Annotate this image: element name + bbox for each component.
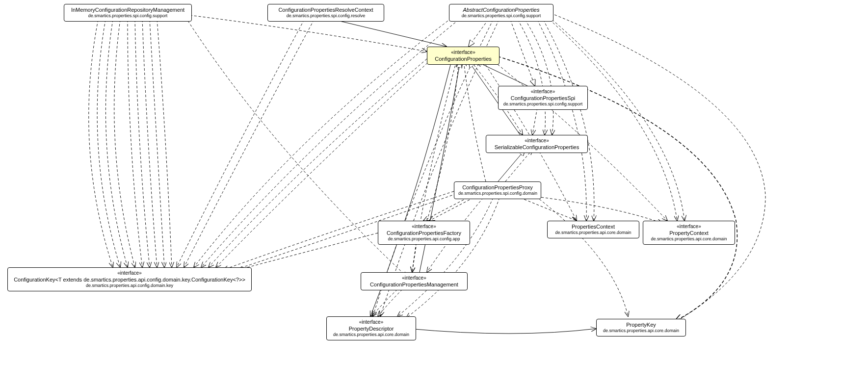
node-config-properties[interactable]: «interface» ConfigurationProperties <box>427 47 500 65</box>
node-inmemory[interactable]: InMemoryConfigurationRepositoryManagemen… <box>64 4 192 22</box>
node-name: SerializableConfigurationProperties <box>490 144 583 151</box>
node-name: PropertyDescriptor <box>331 325 412 332</box>
node-config-spi[interactable]: «interface» ConfigurationPropertiesSpi d… <box>498 86 588 110</box>
node-name: ConfigurationPropertiesResolveContext <box>272 6 380 13</box>
node-name: AbstractConfigurationProperties <box>453 6 549 13</box>
node-package: de.smartics.properties.spi.config.resolv… <box>272 13 380 19</box>
node-stereotype: «interface» <box>647 223 731 230</box>
node-management[interactable]: «interface» ConfigurationPropertiesManag… <box>361 272 468 290</box>
node-name: PropertyContext <box>647 230 731 236</box>
node-stereotype: «interface» <box>502 88 583 95</box>
node-package: de.smartics.properties.api.core.domain <box>552 230 635 236</box>
node-name: ConfigurationPropertiesManagement <box>365 281 463 288</box>
node-package: de.smartics.properties.api.core.domain <box>647 236 731 242</box>
node-name: PropertyKey <box>601 321 682 328</box>
node-package: de.smartics.properties.api.config.domain… <box>12 283 247 289</box>
node-abstract-config[interactable]: AbstractConfigurationProperties de.smart… <box>449 4 553 22</box>
node-resolve-context[interactable]: ConfigurationPropertiesResolveContext de… <box>267 4 384 22</box>
node-property-context[interactable]: «interface» PropertyContext de.smartics.… <box>643 221 735 245</box>
node-config-key[interactable]: «interface» ConfigurationKey<T extends d… <box>7 267 252 291</box>
node-package: de.smartics.properties.api.core.domain <box>601 328 682 334</box>
node-name: PropertiesContext <box>552 223 635 230</box>
node-package: de.smartics.properties.spi.config.suppor… <box>453 13 549 19</box>
node-package: de.smartics.properties.spi.config.suppor… <box>502 102 583 107</box>
node-property-key[interactable]: PropertyKey de.smartics.properties.api.c… <box>596 319 686 336</box>
node-package: de.smartics.properties.spi.config.domain <box>458 191 537 197</box>
node-name: ConfigurationKey<T extends de.smartics.p… <box>12 276 247 283</box>
node-stereotype: «interface» <box>12 270 247 276</box>
node-stereotype: «interface» <box>365 275 463 281</box>
node-property-descriptor[interactable]: «interface» PropertyDescriptor de.smarti… <box>326 316 416 340</box>
node-name: ConfigurationProperties <box>431 55 495 62</box>
node-stereotype: «interface» <box>382 223 466 230</box>
node-stereotype: «interface» <box>331 319 412 325</box>
node-package: de.smartics.properties.api.config.app <box>382 236 466 242</box>
node-factory[interactable]: «interface» ConfigurationPropertiesFacto… <box>378 221 470 245</box>
node-package: de.smartics.properties.spi.config.suppor… <box>68 13 187 19</box>
node-stereotype: «interface» <box>490 137 583 144</box>
node-serializable[interactable]: «interface» SerializableConfigurationPro… <box>486 135 588 153</box>
node-name: ConfigurationPropertiesSpi <box>502 95 583 102</box>
node-proxy[interactable]: ConfigurationPropertiesProxy de.smartics… <box>454 181 541 199</box>
node-name: ConfigurationPropertiesFactory <box>382 230 466 236</box>
node-stereotype: «interface» <box>431 49 495 55</box>
node-name: ConfigurationPropertiesProxy <box>458 184 537 191</box>
node-properties-context[interactable]: PropertiesContext de.smartics.properties… <box>547 221 639 238</box>
node-package: de.smartics.properties.api.core.domain <box>331 332 412 338</box>
node-name: InMemoryConfigurationRepositoryManagemen… <box>68 6 187 13</box>
